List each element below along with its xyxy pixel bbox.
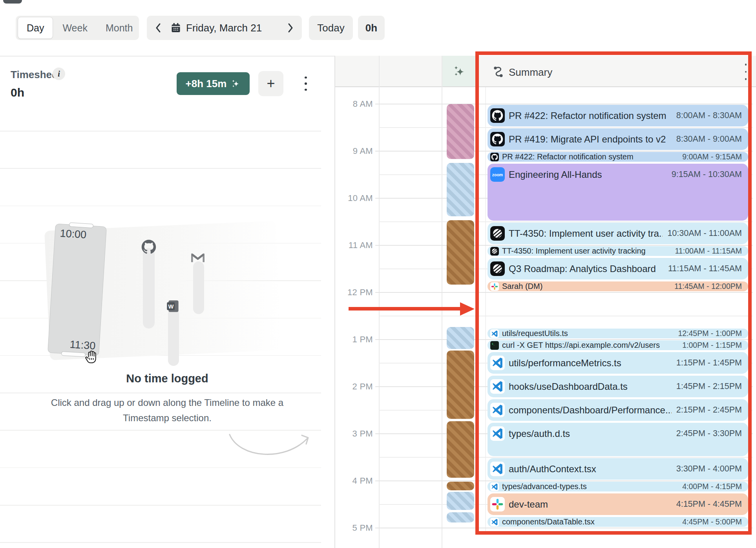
entry-label: auth/AuthContext.tsx bbox=[509, 464, 596, 475]
hour-label: 1 PM bbox=[327, 334, 373, 345]
app-window: Day Week Month Friday, March 21 Today 0h… bbox=[0, 0, 756, 548]
summary-entry[interactable]: dev-team4:15PM - 4:45PM bbox=[488, 493, 748, 515]
activity-block-brown[interactable] bbox=[447, 421, 474, 478]
hour-label: 9 AM bbox=[327, 146, 373, 156]
entry-label: PR #422: Refactor notification system bbox=[502, 152, 634, 161]
summary-entry[interactable]: types/advanced-types.ts4:00PM - 4:15PM bbox=[488, 482, 748, 491]
timesheet-grid-line bbox=[0, 393, 321, 393]
activity-block-blue[interactable] bbox=[447, 512, 474, 522]
info-icon[interactable]: i bbox=[53, 68, 65, 80]
summary-entry[interactable]: PR #422: Refactor notification system9:0… bbox=[488, 152, 748, 162]
word-activity-ghost bbox=[168, 309, 179, 366]
hour-label: 12 PM bbox=[327, 287, 373, 298]
left-panel-border bbox=[334, 56, 335, 548]
summary-entry[interactable]: PR #422: Refactor notification system8:0… bbox=[488, 105, 748, 126]
timesheet-menu-button[interactable] bbox=[297, 71, 314, 96]
github-icon bbox=[141, 239, 156, 256]
entry-time-range: 8:00AM - 8:30AM bbox=[672, 111, 742, 121]
activity-block-blue[interactable] bbox=[447, 163, 474, 216]
summary-entry[interactable]: components/DataTable.tsx4:45PM - 5:00PM bbox=[488, 517, 748, 527]
summary-entry[interactable]: zoomEngineering All-Hands9:15AM - 10:30A… bbox=[488, 164, 748, 221]
empty-state-line1: Click and drag up or down along the Time… bbox=[0, 395, 334, 410]
sparkles-column-icon bbox=[451, 63, 467, 79]
summary-entry[interactable]: utils/performanceMetrics.ts1:15PM - 1:45… bbox=[488, 352, 748, 374]
summary-entry[interactable]: hooks/useDashboardData.ts1:45PM - 2:15PM bbox=[488, 376, 748, 397]
entry-label: Sarah (DM) bbox=[502, 282, 542, 291]
entry-time-range: 4:00PM - 4:15PM bbox=[677, 482, 742, 491]
half-hour-grid-line bbox=[379, 127, 753, 128]
svg-text:$_: $_ bbox=[492, 342, 495, 345]
entry-time-range: 9:00AM - 9:15AM bbox=[677, 152, 742, 161]
summary-entry[interactable]: TT-4350: Implement user activity trackin… bbox=[488, 246, 748, 256]
hour-label: 3 PM bbox=[327, 429, 373, 439]
entry-time-range: 2:15PM - 2:45PM bbox=[672, 405, 742, 415]
hour-label: 2 PM bbox=[327, 382, 373, 392]
next-day-chevron-icon[interactable] bbox=[287, 22, 294, 33]
entry-label: TT-4350: Implement user activity tra... bbox=[509, 228, 663, 239]
tasks-icon bbox=[490, 261, 505, 276]
summary-entry[interactable]: TT-4350: Implement user activity tra...1… bbox=[488, 223, 748, 244]
word-icon: W bbox=[166, 300, 179, 314]
entry-label: Q3 Roadmap: Analytics Dashboard bbox=[509, 263, 656, 274]
current-date-label[interactable]: Friday, March 21 bbox=[186, 22, 287, 34]
summary-entry[interactable]: $_curl -X GET https://api.example.com/v2… bbox=[488, 340, 748, 350]
vscode-icon bbox=[490, 482, 499, 491]
today-button[interactable]: Today bbox=[309, 16, 353, 40]
activity-block-pink[interactable] bbox=[447, 104, 474, 159]
vscode-icon bbox=[490, 329, 499, 338]
empty-state-title: No time logged bbox=[0, 372, 334, 385]
summary-entry[interactable]: components/Dashboard/Performance...2:15P… bbox=[488, 399, 748, 421]
empty-state-line2: Timestamp selection. bbox=[0, 410, 334, 426]
tab-day[interactable]: Day bbox=[18, 17, 53, 39]
tab-week[interactable]: Week bbox=[54, 17, 96, 38]
entry-time-range: 8:30AM - 9:00AM bbox=[672, 134, 742, 144]
activity-block-blue[interactable] bbox=[447, 327, 474, 349]
hour-label: 4 PM bbox=[327, 476, 373, 486]
svg-text:W: W bbox=[168, 303, 173, 310]
gmail-icon bbox=[191, 252, 205, 265]
empty-state-description: Click and drag up or down along the Time… bbox=[0, 395, 334, 426]
activity-block-blue[interactable] bbox=[447, 492, 474, 510]
entry-label: Engineering All-Hands bbox=[509, 169, 602, 180]
terminal-icon: $_ bbox=[490, 341, 499, 350]
summary-entry[interactable]: types/auth.d.ts2:45PM - 3:30PM bbox=[488, 423, 748, 456]
half-hour-grid-line bbox=[379, 457, 753, 458]
drag-handle-top[interactable] bbox=[69, 222, 93, 228]
summary-entry[interactable]: PR #419: Migrate API endpoints to v28:30… bbox=[488, 128, 748, 150]
hour-grid-line bbox=[375, 245, 753, 246]
logged-hours-badge[interactable]: 0h bbox=[358, 16, 385, 40]
entry-label: dev-team bbox=[509, 499, 548, 510]
entry-label: utils/performanceMetrics.ts bbox=[509, 358, 621, 369]
entry-time-range: 4:15PM - 4:45PM bbox=[672, 499, 742, 509]
view-switcher: Day Week Month bbox=[16, 16, 139, 40]
entry-time-range: 10:30AM - 11:00AM bbox=[663, 228, 742, 238]
suggested-time-label: +8h 15m bbox=[186, 78, 227, 90]
sparkles-icon bbox=[230, 79, 241, 89]
activity-block-brown[interactable] bbox=[447, 351, 474, 419]
entry-label: curl -X GET https://api.example.com/v2/u… bbox=[502, 341, 660, 350]
summary-menu-button[interactable] bbox=[739, 62, 753, 82]
vscode-icon bbox=[490, 379, 505, 394]
suggested-time-button[interactable]: +8h 15m bbox=[177, 72, 250, 95]
hour-grid-line bbox=[375, 528, 753, 528]
entry-time-range: 2:45PM - 3:30PM bbox=[672, 429, 742, 438]
curved-arrow-icon bbox=[226, 430, 314, 465]
summary-entry[interactable]: Sarah (DM)11:45AM - 12:00PM bbox=[488, 281, 748, 291]
vscode-icon bbox=[490, 462, 505, 476]
gmail-activity-ghost bbox=[193, 261, 204, 314]
summary-entry[interactable]: Q3 Roadmap: Analytics Dashboard11:15AM -… bbox=[488, 258, 748, 279]
prev-day-chevron-icon[interactable] bbox=[155, 22, 162, 33]
add-entry-button[interactable]: + bbox=[258, 71, 283, 96]
summary-entry[interactable]: auth/AuthContext.tsx3:30PM - 4:00PM bbox=[488, 458, 748, 480]
tab-month[interactable]: Month bbox=[97, 17, 141, 38]
tasks-icon bbox=[490, 247, 499, 256]
activity-block-brown[interactable] bbox=[447, 482, 474, 490]
timesheet-grid-line bbox=[0, 505, 321, 506]
entry-time-range: 1:15PM - 1:45PM bbox=[672, 358, 742, 368]
summary-entry[interactable]: utils/requestUtils.ts12:45PM - 1:00PM bbox=[488, 329, 748, 338]
vscode-icon bbox=[490, 403, 505, 417]
activity-block-brown[interactable] bbox=[447, 220, 474, 285]
hour-grid-line bbox=[375, 292, 753, 293]
entry-label: utils/requestUtils.ts bbox=[502, 329, 568, 338]
hand-cursor bbox=[83, 348, 100, 367]
